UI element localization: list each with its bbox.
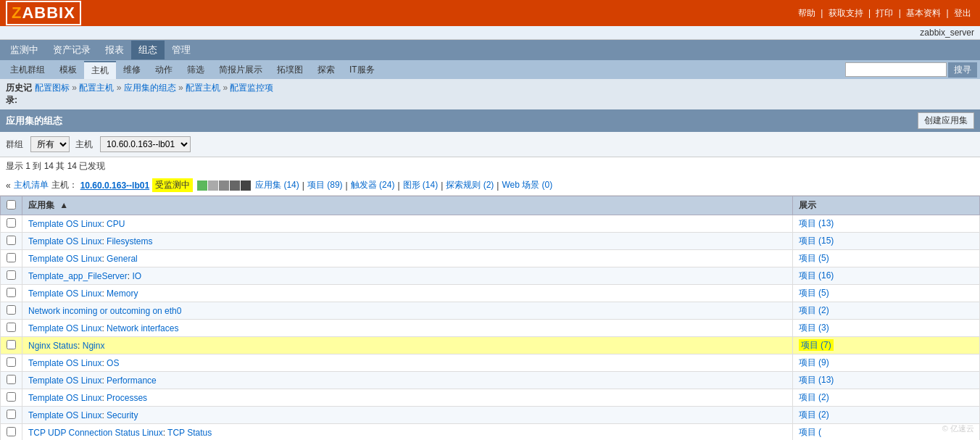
sub-nav: 主机群组 模板 主机 维修 动作 筛选 简报片展示 拓墣图 探索 IT服务 搜寻: [0, 60, 980, 79]
row-checkbox[interactable]: [7, 375, 16, 384]
appset-link2[interactable]: Nginx: [83, 341, 105, 351]
print-link[interactable]: 打印: [876, 8, 893, 18]
items-link[interactable]: 项目 (15): [799, 236, 834, 246]
appset-link2[interactable]: IO: [132, 271, 141, 281]
context-web[interactable]: Web 场景 (0): [502, 179, 552, 191]
breadcrumb-link-2[interactable]: 配置主机: [79, 83, 114, 93]
subnav-template[interactable]: 模板: [52, 62, 84, 78]
appset-link1[interactable]: Template OS Linux: [28, 358, 101, 368]
appset-link2[interactable]: Security: [107, 410, 138, 420]
items-link[interactable]: 项目 (7): [799, 339, 834, 351]
appset-link1[interactable]: Template OS Linux: [28, 323, 101, 333]
appset-link2[interactable]: Network interfaces: [107, 323, 178, 333]
appset-link1[interactable]: Template OS Linux: [28, 393, 101, 403]
row-checkbox[interactable]: [7, 270, 16, 280]
nav-config[interactable]: 组态: [131, 41, 165, 59]
search-button[interactable]: 搜寻: [948, 62, 977, 78]
search-input[interactable]: [845, 62, 947, 77]
logo-z: Z: [12, 4, 22, 22]
subnav-slideshow[interactable]: 简报片展示: [212, 62, 270, 78]
context-discovery[interactable]: 探索规则 (2): [446, 179, 494, 191]
appset-link1[interactable]: Template OS Linux: [28, 375, 101, 386]
appset-link2[interactable]: Performance: [107, 375, 157, 386]
row-checkbox[interactable]: [7, 218, 16, 228]
subnav-maintenance[interactable]: 维修: [116, 62, 148, 78]
subnav-host[interactable]: 主机: [84, 61, 116, 79]
row-items: 项目 (2): [792, 407, 979, 424]
row-checkbox-cell: [1, 250, 22, 267]
support-link[interactable]: 获取支持: [829, 8, 863, 18]
logo: ZABBIX: [6, 1, 81, 25]
appset-link2[interactable]: Filesystems: [107, 236, 152, 246]
nav-reports[interactable]: 报表: [98, 41, 131, 59]
appset-link1[interactable]: Template OS Linux: [28, 289, 101, 299]
row-checkbox[interactable]: [7, 357, 16, 367]
appset-link1[interactable]: TCP UDP Connection Status Linux: [28, 428, 163, 438]
items-link[interactable]: 项目 (3): [799, 323, 829, 333]
items-link[interactable]: 项目 (5): [799, 288, 829, 298]
host-select[interactable]: 10.60.0.163--lb01: [100, 136, 191, 152]
appset-link2[interactable]: CPU: [107, 219, 125, 229]
row-checkbox[interactable]: [7, 340, 16, 349]
profile-link[interactable]: 基本资料: [906, 8, 941, 18]
row-checkbox[interactable]: [7, 236, 16, 245]
appset-link1[interactable]: Nginx Status: [28, 341, 78, 351]
items-link[interactable]: 项目 (13): [799, 218, 834, 228]
context-triggers[interactable]: 触发器 (24): [351, 179, 395, 191]
row-checkbox[interactable]: [7, 410, 16, 419]
items-link[interactable]: 项目 (: [799, 427, 821, 437]
context-items[interactable]: 项目 (89): [307, 179, 343, 191]
group-select[interactable]: 所有: [30, 136, 70, 152]
row-checkbox[interactable]: [7, 253, 16, 262]
appset-link1[interactable]: Template OS Linux: [28, 410, 101, 420]
row-checkbox[interactable]: [7, 288, 16, 297]
subnav-map[interactable]: 拓墣图: [270, 62, 310, 78]
subnav-hostgroup[interactable]: 主机群组: [3, 62, 52, 78]
breadcrumb-link-5[interactable]: 配置监控项: [230, 83, 273, 93]
row-appset-name: Template OS Linux: CPU: [22, 215, 793, 233]
items-link[interactable]: 项目 (5): [799, 253, 829, 263]
breadcrumb-link-1[interactable]: 配置图标: [35, 83, 70, 93]
appset-link2[interactable]: Processes: [107, 393, 147, 403]
appset-link2[interactable]: Memory: [107, 289, 138, 299]
count-text: 显示 1 到 14 其 14 已发现: [6, 161, 105, 171]
items-link[interactable]: 项目 (2): [799, 392, 829, 402]
context-appsets[interactable]: 应用集 (14): [255, 179, 299, 191]
row-checkbox[interactable]: [7, 392, 16, 402]
host-list-link[interactable]: 主机清单: [14, 179, 49, 191]
items-link[interactable]: 项目 (2): [799, 305, 829, 315]
subnav-itservices[interactable]: IT服务: [342, 62, 382, 78]
nav-admin[interactable]: 管理: [165, 41, 198, 59]
appset-link2[interactable]: OS: [107, 358, 119, 368]
appset-link1[interactable]: Template OS Linux: [28, 236, 101, 246]
select-all-checkbox[interactable]: [7, 200, 16, 209]
nav-monitoring[interactable]: 监测中: [3, 41, 46, 59]
row-checkbox[interactable]: [7, 305, 16, 315]
items-link[interactable]: 项目 (9): [799, 357, 829, 368]
items-link[interactable]: 项目 (16): [799, 270, 834, 281]
help-link[interactable]: 帮助: [798, 8, 815, 18]
context-graphs[interactable]: 图形 (14): [403, 179, 439, 191]
host-detail-link[interactable]: 10.60.0.163--lb01: [80, 180, 149, 191]
appset-link1[interactable]: Template_app_FileServer: [28, 271, 128, 281]
appset-link2[interactable]: General: [107, 254, 138, 264]
logout-link[interactable]: 登出: [954, 8, 971, 18]
row-checkbox[interactable]: [7, 323, 16, 332]
main-nav: 监测中 资产记录 报表 组态 管理: [0, 40, 980, 60]
appset-link1[interactable]: Template OS Linux: [28, 254, 101, 264]
appset-link1[interactable]: Network incoming or outcoming on eth0: [28, 306, 181, 316]
appset-link1[interactable]: Template OS Linux: [28, 219, 101, 229]
nav-assets[interactable]: 资产记录: [46, 41, 98, 59]
subnav-discovery[interactable]: 探索: [310, 62, 342, 78]
row-appset-name: Template OS Linux: Filesystems: [22, 233, 793, 250]
create-button[interactable]: 创建应用集: [918, 112, 974, 129]
items-link[interactable]: 项目 (2): [799, 410, 829, 420]
subnav-filter[interactable]: 筛选: [180, 62, 212, 78]
appset-link2[interactable]: TCP Status: [167, 428, 212, 438]
row-checkbox[interactable]: [7, 427, 16, 436]
breadcrumb-link-3[interactable]: 应用集的组态: [124, 83, 176, 93]
subnav-action[interactable]: 动作: [148, 62, 180, 78]
context-bar: « 主机清单 主机： 10.60.0.163--lb01 受监测中 应用集 (1…: [0, 175, 980, 196]
items-link[interactable]: 项目 (13): [799, 375, 834, 385]
breadcrumb-link-4[interactable]: 配置主机: [186, 83, 220, 93]
